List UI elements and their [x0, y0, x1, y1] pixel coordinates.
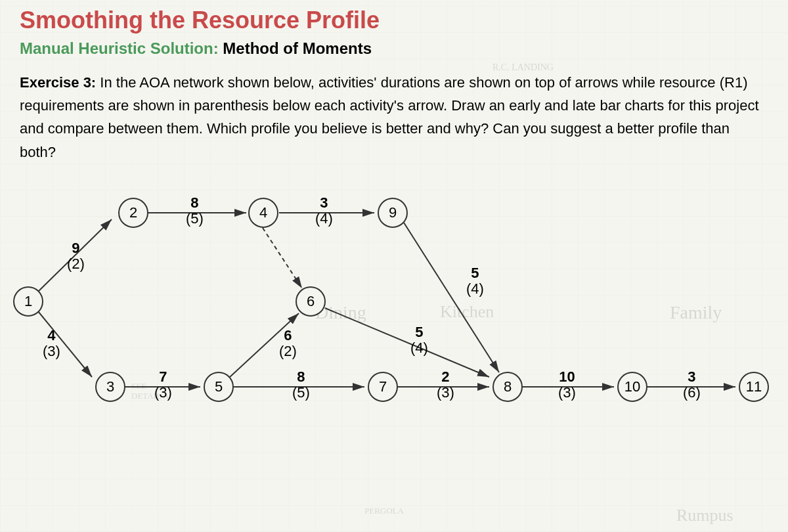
- node-4: 4: [248, 198, 278, 228]
- exercise-label: Exercise 3:: [20, 74, 96, 91]
- edge-6-8: 5(4): [410, 324, 428, 356]
- page-subtitle: Manual Heuristic Solution: Method of Mom…: [20, 39, 768, 58]
- node-10: 10: [617, 372, 647, 402]
- edge-7-8: 2(3): [437, 369, 454, 401]
- aoa-network-diagram: 1 2 3 4 5 6 7 8 9 10 11 9(2) 4(3) 8(5) 3…: [20, 177, 768, 439]
- node-3: 3: [95, 372, 125, 402]
- edge-10-11: 3(6): [683, 369, 701, 401]
- node-5: 5: [204, 372, 234, 402]
- node-7: 7: [368, 372, 398, 402]
- subtitle-green: Manual Heuristic Solution:: [20, 39, 219, 57]
- page-title: Smoothing the Resource Profile: [20, 7, 768, 34]
- node-2: 2: [118, 198, 148, 228]
- edge-1-2: 9(2): [67, 240, 85, 272]
- edge-3-5: 7(3): [154, 369, 172, 401]
- edge-9-8: 5(4): [466, 265, 484, 297]
- node-11: 11: [739, 372, 769, 402]
- edge-5-7: 8(5): [292, 369, 310, 401]
- edge-4-9: 3(4): [315, 195, 333, 227]
- exercise-body: In the AOA network shown below, activiti…: [20, 74, 759, 160]
- svg-line-4: [263, 228, 302, 288]
- edge-2-4: 8(5): [186, 195, 204, 227]
- subtitle-black: Method of Moments: [223, 39, 372, 57]
- exercise-text: Exercise 3: In the AOA network shown bel…: [20, 71, 768, 164]
- node-9: 9: [378, 198, 408, 228]
- edge-5-6: 6(2): [279, 328, 297, 359]
- node-1: 1: [13, 286, 43, 317]
- edge-1-3: 4(3): [43, 328, 60, 359]
- edge-8-10: 10(3): [558, 369, 576, 401]
- node-6: 6: [296, 286, 326, 317]
- node-8: 8: [492, 372, 523, 402]
